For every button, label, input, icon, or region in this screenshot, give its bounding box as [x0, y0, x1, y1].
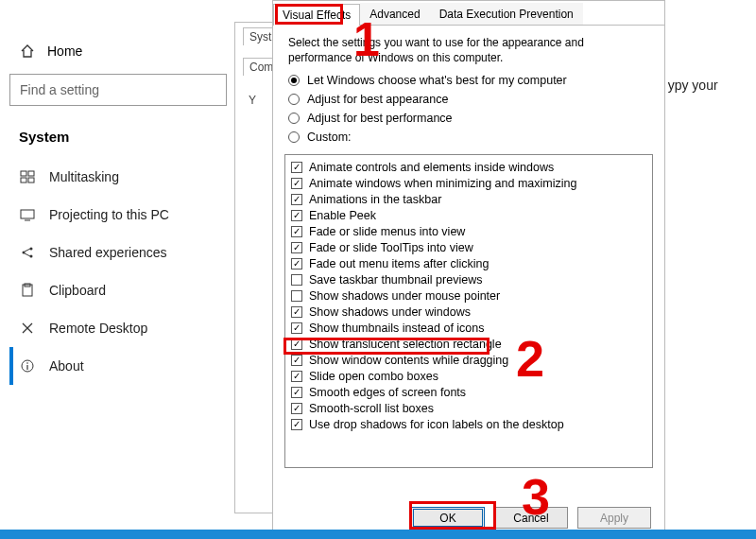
nav-item-multitasking[interactable]: Multitasking — [9, 158, 227, 196]
check-label: Show translucent selection rectangle — [309, 338, 502, 351]
check-label: Fade out menu items after clicking — [309, 257, 489, 270]
checkbox-icon — [291, 162, 302, 173]
check-option[interactable]: Show translucent selection rectangle — [291, 336, 646, 352]
radio-label: Custom: — [307, 130, 352, 144]
search-input[interactable]: Find a setting — [9, 74, 227, 106]
section-heading: System — [9, 123, 227, 158]
check-option[interactable]: Fade or slide menus into view — [291, 223, 646, 239]
check-option[interactable]: Smooth edges of screen fonts — [291, 384, 646, 400]
svg-rect-12 — [26, 365, 27, 370]
checkbox-icon — [291, 419, 302, 430]
annotation-number-1: 1 — [353, 12, 380, 67]
radio-option[interactable]: Custom: — [288, 128, 649, 147]
annotation-number-2: 2 — [516, 329, 544, 388]
multitasking-icon — [19, 169, 36, 184]
check-option[interactable]: Show shadows under windows — [291, 304, 646, 320]
check-label: Animate windows when minimizing and maxi… — [309, 177, 576, 190]
check-option[interactable]: Show window contents while dragging — [291, 352, 646, 368]
ok-button[interactable]: OK — [411, 507, 485, 529]
nav-item-about[interactable]: About — [9, 347, 227, 385]
checkbox-icon — [291, 274, 302, 286]
check-option[interactable]: Show shadows under mouse pointer — [291, 287, 646, 304]
nav-item-label: Remote Desktop — [49, 321, 147, 336]
radio-option[interactable]: Adjust for best appearance — [288, 90, 649, 109]
svg-point-11 — [26, 362, 28, 364]
radio-icon — [288, 131, 300, 143]
radio-option[interactable]: Let Windows choose what's best for my co… — [288, 71, 649, 90]
projecting-icon — [19, 207, 36, 222]
perf-radio-group: Let Windows choose what's best for my co… — [273, 71, 664, 152]
nav-item-label: About — [49, 358, 84, 374]
checkbox-icon — [291, 322, 302, 334]
perf-intro-text: Select the settings you want to use for … — [273, 26, 664, 71]
check-label: Show window contents while dragging — [309, 354, 508, 367]
radio-icon — [288, 75, 300, 86]
check-label: Smooth-scroll list boxes — [309, 402, 434, 415]
checkbox-icon — [291, 242, 302, 253]
search-placeholder: Find a setting — [20, 82, 99, 97]
checkbox-icon — [291, 387, 302, 398]
radio-icon — [288, 113, 300, 124]
home-icon — [19, 43, 36, 59]
check-option[interactable]: Use drop shadows for icon labels on the … — [291, 416, 646, 432]
checkbox-icon — [291, 371, 302, 382]
tab-data-execution-prevention[interactable]: Data Execution Prevention — [430, 3, 583, 25]
svg-rect-0 — [21, 171, 26, 176]
check-label: Use drop shadows for icon labels on the … — [309, 418, 564, 431]
remote-icon — [19, 321, 36, 336]
radio-label: Adjust for best appearance — [307, 93, 448, 106]
radio-label: Let Windows choose what's best for my co… — [307, 74, 567, 87]
checkbox-icon — [291, 403, 302, 414]
nav-item-label: Multitasking — [49, 169, 119, 184]
check-option[interactable]: Smooth-scroll list boxes — [291, 400, 646, 416]
checkbox-icon — [291, 355, 302, 366]
svg-rect-4 — [21, 210, 34, 218]
check-option[interactable]: Save taskbar thumbnail previews — [291, 271, 646, 287]
nav-home-label: Home — [47, 43, 82, 59]
nav-item-label: Clipboard — [49, 283, 106, 298]
nav-item-clipboard[interactable]: Clipboard — [9, 271, 227, 309]
check-label: Slide open combo boxes — [309, 370, 438, 383]
check-option[interactable]: Animate windows when minimizing and maxi… — [291, 175, 646, 191]
nav-home[interactable]: Home — [9, 38, 227, 74]
perf-checklist[interactable]: Animate controls and elements inside win… — [284, 154, 653, 468]
check-option[interactable]: Enable Peek — [291, 207, 646, 223]
clipboard-icon — [19, 283, 36, 298]
checkbox-icon — [291, 339, 302, 350]
checkbox-icon — [291, 258, 302, 270]
checkbox-icon — [291, 290, 302, 302]
shared-icon — [19, 245, 36, 260]
tab-visual-effects[interactable]: Visual Effects — [273, 4, 360, 26]
check-label: Show thumbnails instead of icons — [309, 322, 485, 335]
taskbar[interactable] — [0, 530, 756, 539]
checkbox-icon — [291, 226, 302, 237]
nav-item-label: Shared experiences — [49, 245, 167, 260]
sysprops-text-partial: Y — [249, 94, 256, 107]
check-option[interactable]: Animate controls and elements inside win… — [291, 159, 646, 175]
check-label: Save taskbar thumbnail previews — [309, 273, 482, 287]
checkbox-icon — [291, 178, 302, 189]
check-option[interactable]: Show thumbnails instead of icons — [291, 320, 646, 336]
svg-rect-1 — [28, 171, 34, 176]
check-option[interactable]: Fade out menu items after clicking — [291, 255, 646, 271]
check-label: Fade or slide menus into view — [309, 225, 465, 238]
check-label: Fade or slide ToolTips into view — [309, 241, 473, 254]
svg-rect-3 — [28, 178, 34, 183]
svg-rect-2 — [21, 178, 26, 183]
nav-item-projecting-to-this-pc[interactable]: Projecting to this PC — [9, 196, 227, 234]
radio-option[interactable]: Adjust for best performance — [288, 109, 649, 128]
check-option[interactable]: Slide open combo boxes — [291, 368, 646, 384]
check-label: Smooth edges of screen fonts — [309, 386, 466, 399]
check-option[interactable]: Animations in the taskbar — [291, 191, 646, 207]
nav-item-shared-experiences[interactable]: Shared experiences — [9, 234, 227, 271]
check-label: Show shadows under windows — [309, 305, 471, 319]
check-label: Show shadows under mouse pointer — [309, 289, 500, 303]
checkbox-icon — [291, 194, 302, 205]
nav-item-label: Projecting to this PC — [49, 207, 169, 222]
nav-item-remote-desktop[interactable]: Remote Desktop — [9, 309, 227, 347]
perf-tabs: Visual EffectsAdvancedData Execution Pre… — [273, 1, 664, 26]
radio-label: Adjust for best performance — [307, 112, 453, 125]
apply-button[interactable]: Apply — [577, 507, 651, 529]
check-option[interactable]: Fade or slide ToolTips into view — [291, 239, 646, 255]
check-label: Animations in the taskbar — [309, 193, 441, 206]
